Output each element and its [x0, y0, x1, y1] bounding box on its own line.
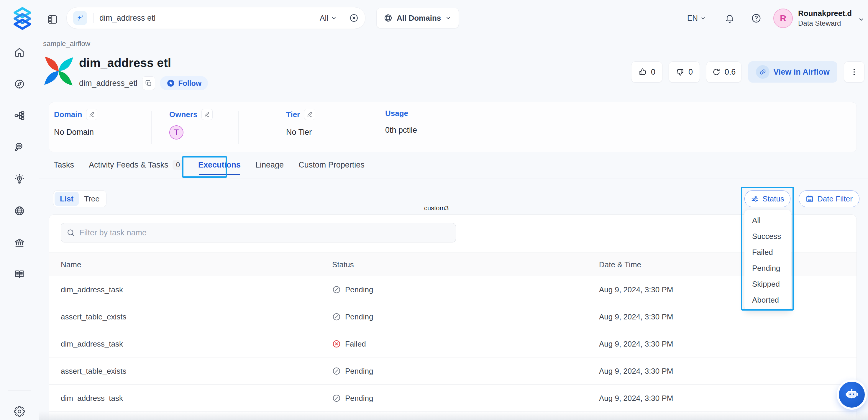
table-row[interactable]: dim_address_task Failed Aug 9, 2024, 3:3…: [49, 330, 857, 357]
list-view-toggle[interactable]: List: [55, 192, 79, 206]
global-search-bar[interactable]: dim_address etl All: [66, 7, 365, 29]
table-row[interactable]: dim_address_task Pending Aug 9, 2024, 3:…: [49, 385, 857, 412]
table-row[interactable]: assert_table_exists Pending Aug 9, 2024,…: [49, 303, 857, 330]
language-selector[interactable]: EN: [687, 13, 706, 23]
status-option-pending[interactable]: Pending: [744, 260, 791, 276]
sidebar-item-glossary[interactable]: [14, 268, 25, 280]
sidebar-item-pipelines[interactable]: [14, 110, 25, 121]
search-input[interactable]: dim_address etl: [99, 13, 320, 23]
tier-value: No Tier: [286, 128, 315, 137]
user-menu-chevron-icon[interactable]: [858, 16, 865, 23]
owner-avatar[interactable]: T: [169, 125, 183, 140]
ai-sparkle-icon: [73, 11, 87, 25]
clear-search-icon[interactable]: [349, 13, 359, 23]
table-header: Name Status Date & Time: [49, 252, 857, 276]
sidebar-item-insights[interactable]: [14, 173, 25, 185]
tab-activity-feeds[interactable]: Activity Feeds & Tasks0: [89, 156, 183, 174]
pending-status-icon: [332, 312, 341, 321]
pending-status-icon: [332, 367, 341, 376]
user-role: Data Steward: [798, 19, 852, 28]
view-in-airflow-button[interactable]: View in Airflow: [748, 61, 837, 83]
entity-meta-panel: Domain No Domain Owners T Tier No Tier U…: [49, 102, 857, 152]
status-option-all[interactable]: All: [744, 212, 791, 228]
tab-lineage[interactable]: Lineage: [255, 156, 284, 174]
pending-status-icon: [332, 394, 341, 402]
tab-executions[interactable]: Executions: [198, 156, 241, 174]
version-button[interactable]: 0.6: [706, 61, 741, 83]
app-screen: dim_address etl All All Domains EN: [0, 0, 868, 420]
column-header-datetime[interactable]: Date & Time: [599, 253, 641, 276]
status-filter-menu: All Success Failed Pending Skipped Abort…: [744, 210, 791, 310]
copy-button[interactable]: [142, 77, 155, 90]
upvote-button[interactable]: 0: [631, 61, 662, 83]
executions-table-card: Name Status Date & Time dim_address_task…: [49, 214, 857, 420]
all-domains-dropdown[interactable]: All Domains: [376, 8, 459, 28]
tab-tasks[interactable]: Tasks: [54, 156, 74, 174]
pencil-icon: [307, 112, 313, 117]
tree-view-toggle[interactable]: Tree: [79, 192, 105, 206]
follow-button[interactable]: Follow: [160, 76, 208, 90]
entity-fqn: dim_address_etl: [79, 79, 137, 88]
sidebar-item-govern[interactable]: [14, 237, 25, 248]
page-title: dim_address etl: [79, 56, 171, 70]
downvote-button[interactable]: 0: [669, 61, 700, 83]
tab-custom-properties[interactable]: Custom Properties: [299, 156, 365, 174]
tier-label: Tier: [286, 110, 300, 119]
failed-status-icon: [332, 339, 341, 348]
pencil-icon: [204, 112, 210, 117]
copy-icon: [145, 80, 152, 87]
date-filter-button[interactable]: Date Filter: [799, 190, 860, 207]
star-badge-icon: [166, 79, 175, 88]
sidebar-item-explore[interactable]: [14, 79, 25, 90]
user-menu[interactable]: Rounakpreet.d Data Steward: [798, 9, 852, 28]
view-toggle: List Tree: [53, 190, 106, 207]
chat-bot-button[interactable]: [839, 382, 865, 408]
edit-domain-button[interactable]: [86, 109, 97, 120]
thumbs-down-icon: [676, 67, 685, 77]
sidebar-item-settings[interactable]: [14, 406, 25, 417]
edit-owners-button[interactable]: [202, 109, 213, 120]
openmetadata-logo-icon[interactable]: [11, 6, 34, 31]
chevron-down-icon: [445, 15, 452, 21]
airflow-pinwheel-icon: [43, 55, 74, 87]
search-scope-dropdown[interactable]: All: [320, 13, 337, 23]
sidebar-toggle-icon[interactable]: [46, 13, 58, 25]
column-header-name[interactable]: Name: [61, 253, 81, 276]
chevron-down-icon: [700, 16, 706, 21]
domain-value: No Domain: [54, 128, 97, 137]
link-icon: [756, 65, 770, 79]
more-actions-button[interactable]: [844, 61, 864, 83]
status-option-aborted[interactable]: Aborted: [744, 292, 791, 308]
task-filter[interactable]: [61, 223, 456, 242]
task-filter-input[interactable]: [79, 228, 451, 237]
viewport-bottom-fade: [39, 411, 868, 420]
usage-label: Usage: [385, 109, 408, 118]
breadcrumb[interactable]: sample_airflow: [43, 39, 90, 48]
status-filter-button[interactable]: Status: [744, 190, 790, 207]
user-avatar[interactable]: R: [773, 8, 793, 28]
usage-value: 0th pctile: [385, 126, 417, 135]
help-icon[interactable]: [751, 13, 762, 24]
chevron-down-icon: [331, 15, 337, 21]
sidebar-item-observability[interactable]: [14, 142, 25, 153]
status-option-success[interactable]: Success: [744, 228, 791, 244]
calendar-icon: [805, 195, 814, 203]
user-name: Rounakpreet.d: [798, 9, 852, 18]
sidebar-item-domains[interactable]: [14, 205, 25, 216]
activity-count-badge: 0: [173, 160, 183, 170]
table-row[interactable]: dim_address_task Pending Aug 9, 2024, 3:…: [49, 276, 857, 303]
thumbs-up-icon: [638, 67, 647, 77]
globe-icon: [384, 13, 393, 22]
domain-label: Domain: [54, 110, 82, 119]
status-option-failed[interactable]: Failed: [744, 244, 791, 260]
pencil-icon: [89, 112, 95, 117]
custom3-label: custom3: [424, 204, 448, 212]
tabs-divider: [39, 178, 868, 178]
sidebar-item-home[interactable]: [14, 47, 25, 58]
notifications-bell-icon[interactable]: [724, 13, 735, 24]
table-row[interactable]: assert_table_exists Pending Aug 9, 2024,…: [49, 357, 857, 385]
edit-tier-button[interactable]: [304, 109, 315, 120]
status-option-skipped[interactable]: Skipped: [744, 276, 791, 292]
column-header-status[interactable]: Status: [332, 253, 354, 276]
sliders-icon: [751, 195, 759, 203]
